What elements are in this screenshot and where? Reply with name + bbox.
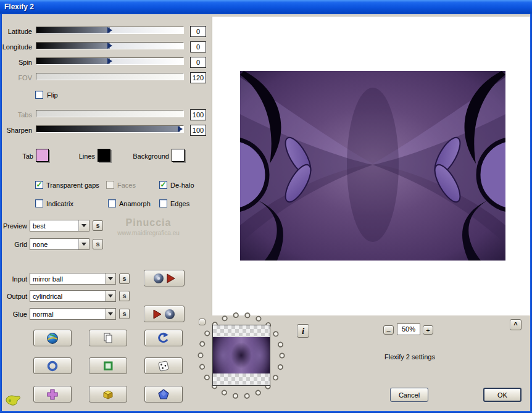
latitude-slider-thumb[interactable] [107,27,112,33]
glue-dropdown-value: normal [30,311,105,318]
box-mode-button[interactable] [89,386,127,403]
longitude-value[interactable]: 0 [190,41,206,52]
de-halo-label: De-halo [170,181,194,189]
square-mode-button[interactable] [89,357,127,374]
spin-value[interactable]: 0 [190,57,206,68]
watermark-url: www.maidiregrafica.eu [101,230,196,236]
longitude-slider[interactable] [36,42,184,49]
copy-settings-button[interactable] [89,330,127,346]
anamorph-label: Anamorph [119,200,151,207]
randomize-button[interactable] [144,357,183,374]
ok-button[interactable]: OK [483,388,522,402]
paint-splat-icon [4,393,21,407]
latitude-label: Latitude [0,28,32,35]
preview-dropdown[interactable]: best [30,220,89,232]
chevron-down-icon[interactable] [78,239,89,249]
flexify-window: Flexify 2 Latitude 0 Longitude 0 Spin 0 … [0,0,532,413]
gem-mode-button[interactable] [144,386,183,403]
tabs-value[interactable]: 100 [190,109,206,120]
minus-icon: – [386,327,390,334]
latitude-slider[interactable] [36,27,184,34]
render-forward-button[interactable] [144,270,185,286]
spin-slider-fill [36,58,110,64]
edges-checkbox[interactable] [159,199,167,207]
titlebar[interactable]: Flexify 2 [0,0,532,14]
latitude-slider-fill [36,27,110,33]
output-dropdown[interactable]: cylindrical [30,290,116,302]
pentagon-icon [156,388,171,401]
globe-icon [45,332,60,345]
tab-color-label: Tab [9,152,33,160]
status-text: Flexify 2 settings [348,353,472,361]
play-sphere-icon [151,307,178,321]
copy-pages-icon [101,332,115,345]
cancel-button[interactable]: Cancel [390,388,428,402]
preview-image [240,71,505,261]
window-title: Flexify 2 [4,2,34,11]
input-dropdown[interactable]: mirror ball [30,273,116,285]
cube-icon [101,388,115,401]
preview-dropdown-value: best [30,222,78,230]
lines-color-swatch[interactable] [98,149,110,162]
undo-button[interactable] [144,330,183,346]
longitude-slider-thumb[interactable] [107,43,112,49]
zoom-out-button[interactable]: – [383,325,394,335]
faces-label: Faces [117,181,136,189]
spin-label: Spin [0,59,32,66]
grid-seed-button[interactable]: s [93,239,103,249]
input-seed-button[interactable]: s [119,273,130,284]
input-dropdown-value: mirror ball [30,275,105,283]
output-label: Output [0,293,27,300]
indicatrix-checkbox[interactable] [35,199,43,207]
chevron-down-icon[interactable] [105,291,115,301]
square-icon [101,359,115,373]
fov-value[interactable]: 120 [190,72,206,83]
check-icon: ✓ [160,180,166,189]
tabs-slider [36,110,184,117]
tabs-label: Tabs [0,111,32,119]
dice-icon [156,359,171,373]
flip-checkbox[interactable] [35,91,43,99]
grid-dropdown-value: none [30,241,78,248]
tab-color-swatch[interactable] [36,149,49,162]
cross-icon [45,388,60,401]
plus-icon: + [426,327,430,334]
sharpen-slider[interactable] [36,125,184,133]
sharpen-slider-fill [36,126,180,132]
longitude-label: Longitude [0,43,32,51]
cross-mode-button[interactable] [33,386,72,403]
sharpen-value[interactable]: 100 [190,125,206,136]
zoom-in-button[interactable]: + [423,325,433,335]
fov-label: FOV [0,74,32,81]
glue-seed-button[interactable]: s [119,309,130,319]
info-button[interactable]: i [297,324,309,338]
output-seed-button[interactable]: s [119,291,130,301]
glue-dropdown[interactable]: normal [30,308,116,320]
anamorph-checkbox[interactable] [108,199,116,207]
fov-slider [36,73,184,80]
transparent-gaps-checkbox[interactable]: ✓ [35,181,43,189]
grid-label: Grid [0,241,27,248]
flip-label: Flip [47,91,58,99]
latitude-value[interactable]: 0 [190,26,206,37]
indicatrix-label: Indicatrix [46,200,73,207]
sharpen-slider-thumb[interactable] [178,126,183,132]
lines-color-label: Lines [72,152,95,160]
input-label: Input [0,275,27,283]
render-back-button[interactable] [144,306,185,322]
spin-slider-thumb[interactable] [107,58,112,64]
ring-mode-button[interactable] [33,357,72,374]
chevron-down-icon[interactable] [78,220,89,231]
glue-label: Glue [0,311,27,318]
grid-dropdown[interactable]: none [30,238,89,250]
de-halo-checkbox[interactable]: ✓ [159,181,167,189]
output-thumbnail[interactable] [212,325,270,386]
spin-slider[interactable] [36,57,184,65]
preview-canvas[interactable] [212,17,530,315]
chevron-down-icon[interactable] [105,309,115,319]
collapse-button[interactable]: ^ [510,319,522,330]
load-image-button[interactable] [33,330,72,346]
output-thumbnail-image [213,337,270,373]
chevron-down-icon[interactable] [105,273,115,284]
background-color-swatch[interactable] [172,149,185,162]
